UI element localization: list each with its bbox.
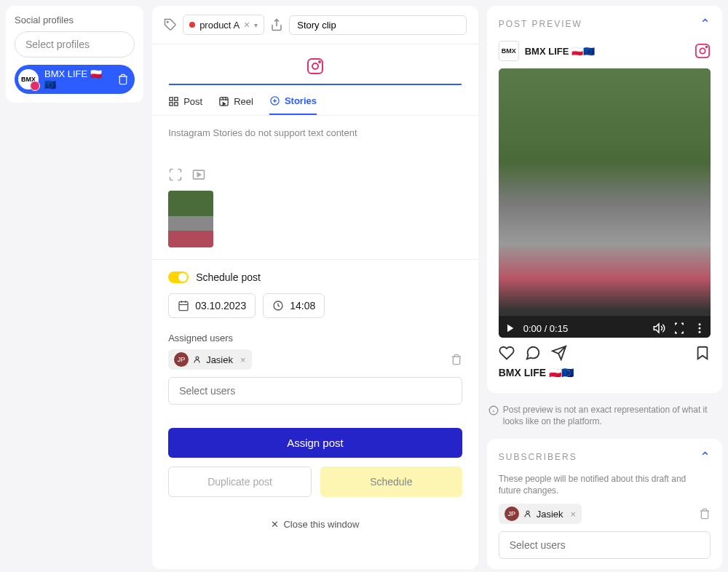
profile-chip[interactable]: BMX BMX LIFE 🇵🇱🇪🇺 [15, 65, 135, 94]
preview-profile-name: BMX LIFE 🇵🇱🇪🇺 [525, 46, 689, 57]
svg-rect-11 [179, 302, 188, 311]
assigned-user-chip: JP Jasiek × [168, 349, 251, 370]
svg-rect-4 [170, 98, 173, 100]
calendar-icon [178, 300, 189, 311]
info-icon [488, 405, 499, 416]
post-preview-title: POST PREVIEW [499, 19, 582, 29]
select-profiles-dropdown[interactable]: Select profiles [15, 31, 135, 57]
instagram-platform-tab[interactable] [306, 57, 324, 75]
svg-point-15 [700, 48, 705, 53]
preview-avatar: BMX [499, 41, 519, 61]
select-subscribers-input[interactable] [499, 531, 711, 559]
chevron-down-icon[interactable]: ▾ [254, 21, 258, 29]
tag-icon [164, 18, 177, 31]
subscribers-title: SUBSCRIBERS [499, 452, 577, 462]
bookmark-icon[interactable] [695, 345, 711, 361]
preview-caption: BMX LIFE 🇵🇱🇪🇺 [499, 367, 711, 383]
comment-icon[interactable] [525, 345, 541, 361]
grid-icon [168, 96, 179, 107]
svg-rect-7 [175, 103, 178, 106]
subscriber-chip: JP Jasiek × [499, 504, 582, 524]
profile-name: BMX LIFE 🇵🇱🇪🇺 [44, 68, 111, 90]
play-icon[interactable] [503, 322, 516, 335]
svg-point-3 [319, 61, 320, 63]
media-thumbnail[interactable] [168, 191, 213, 247]
expand-icon[interactable] [168, 167, 183, 182]
svg-rect-6 [170, 103, 173, 106]
video-preview[interactable]: 0:00 / 0:15 [499, 68, 711, 338]
svg-rect-5 [175, 98, 178, 100]
trash-icon[interactable] [117, 74, 129, 85]
remove-subscriber-icon[interactable]: × [571, 509, 577, 520]
chevron-up-icon[interactable]: ⌃ [700, 16, 711, 32]
clock-icon [272, 300, 284, 311]
schedule-toggle[interactable] [168, 271, 189, 283]
duplicate-post-button[interactable]: Duplicate post [168, 466, 312, 497]
reel-icon [218, 96, 229, 107]
share-icon [270, 18, 283, 31]
tag-name: product A [199, 20, 240, 31]
disclaimer-text: Post preview is not an exact representat… [503, 405, 721, 427]
video-icon[interactable] [191, 167, 206, 182]
tab-stories[interactable]: Stories [269, 95, 317, 115]
social-profiles-label: Social profiles [15, 15, 135, 25]
tab-reel[interactable]: Reel [218, 95, 253, 115]
tab-post[interactable]: Post [168, 95, 202, 115]
chevron-up-icon[interactable]: ⌃ [700, 449, 711, 465]
svg-point-13 [196, 357, 199, 360]
heart-icon[interactable] [499, 345, 515, 361]
stories-hint: Instagram Stories do not support text co… [168, 127, 462, 138]
close-icon: ✕ [271, 519, 279, 530]
more-icon[interactable] [693, 322, 706, 335]
select-users-input[interactable] [168, 377, 462, 405]
remove-user-icon[interactable]: × [240, 354, 246, 365]
fullscreen-icon[interactable] [673, 322, 686, 335]
svg-point-2 [312, 63, 318, 69]
person-icon [523, 509, 532, 518]
volume-icon[interactable] [652, 322, 665, 335]
schedule-button[interactable]: Schedule [320, 466, 462, 497]
tag-select[interactable]: product A × ▾ [183, 15, 264, 35]
assign-post-button[interactable]: Assign post [168, 428, 462, 458]
stories-icon [269, 95, 280, 106]
date-input[interactable]: 03.10.2023 [168, 293, 256, 318]
svg-point-17 [699, 323, 701, 325]
user-avatar: JP [505, 507, 519, 521]
svg-point-18 [699, 327, 701, 330]
time-input[interactable]: 14:08 [263, 293, 325, 318]
post-title-input[interactable] [289, 15, 466, 35]
send-icon[interactable] [551, 345, 567, 361]
trash-icon[interactable] [699, 508, 711, 520]
trash-icon[interactable] [451, 354, 462, 365]
assigned-users-label: Assigned users [168, 333, 462, 343]
user-avatar: JP [174, 352, 189, 367]
svg-point-21 [526, 511, 529, 514]
svg-point-19 [699, 331, 701, 333]
schedule-label: Schedule post [196, 271, 261, 283]
person-icon [193, 355, 202, 364]
video-time: 0:00 / 0:15 [523, 323, 645, 334]
svg-point-16 [706, 47, 708, 48]
instagram-icon [695, 43, 711, 59]
svg-point-0 [167, 22, 169, 23]
tag-remove-icon[interactable]: × [244, 19, 250, 31]
close-window-link[interactable]: ✕ Close this window [152, 509, 478, 540]
subscribers-desc: These people will be notified about this… [499, 474, 711, 496]
tag-color-dot [189, 22, 195, 28]
profile-avatar: BMX [18, 69, 39, 90]
